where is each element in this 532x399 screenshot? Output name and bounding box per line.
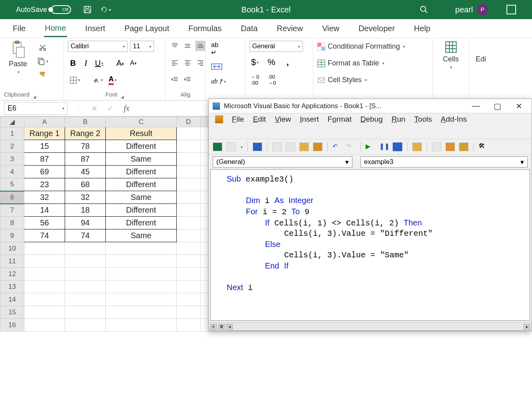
cell-C3[interactable]: Same — [106, 153, 177, 166]
dec-decimal-icon[interactable]: .00→0 — [266, 73, 277, 87]
cell-blank[interactable] — [106, 319, 177, 332]
merge-icon[interactable] — [210, 61, 224, 72]
tb-break-icon[interactable]: ❚❚ — [379, 142, 389, 151]
cell-C5[interactable]: Different — [106, 178, 177, 191]
vba-title-bar[interactable]: Microsoft Visual Basic for Applications … — [209, 99, 532, 113]
cell-C9[interactable]: Same — [106, 229, 177, 242]
fx-icon[interactable]: fx — [124, 104, 129, 113]
cell-C2[interactable]: Different — [106, 140, 177, 153]
vba-proc-combo[interactable]: example3▾ — [360, 156, 528, 168]
format-as-table-button[interactable]: Format as Table▾ — [317, 57, 429, 69]
tb-toolbox-icon[interactable]: 🛠 — [479, 142, 488, 151]
search-icon[interactable] — [419, 5, 428, 14]
percent-icon[interactable]: % — [266, 56, 277, 68]
tab-view[interactable]: View — [321, 21, 340, 36]
vba-menu-format[interactable]: Format — [328, 115, 352, 124]
bold-button[interactable]: B — [68, 58, 78, 69]
conditional-format-button[interactable]: Conditional Formatting▾ — [317, 41, 429, 52]
tb-redo-icon[interactable]: ↷ — [346, 142, 356, 151]
row-header-7[interactable]: 7 — [0, 204, 24, 217]
shrink-font-icon[interactable]: A▾ — [128, 58, 138, 68]
clipboard-launcher-icon[interactable]: ◢ — [33, 94, 36, 99]
vba-menu-addins[interactable]: Add-Ins — [441, 115, 467, 124]
ribbon-display-icon[interactable] — [506, 5, 516, 14]
cell-C7[interactable]: Different — [106, 204, 177, 217]
tb-paste-icon[interactable] — [299, 142, 309, 151]
cell-blank[interactable] — [176, 268, 200, 280]
cell-blank[interactable] — [24, 319, 65, 332]
cell-C1[interactable]: Result — [106, 127, 177, 140]
tb-insert-icon[interactable] — [226, 142, 236, 151]
cell-B9[interactable]: 74 — [65, 229, 106, 242]
cell-A3[interactable]: 87 — [24, 153, 65, 166]
cell-B8[interactable]: 94 — [65, 217, 106, 229]
align-bot-icon[interactable] — [195, 41, 206, 51]
tb-copy-icon[interactable] — [286, 142, 295, 151]
row-header-3[interactable]: 3 — [0, 153, 24, 166]
vba-menu-insert[interactable]: Insert — [300, 115, 319, 124]
comma-icon[interactable]: , — [283, 56, 293, 68]
cell-blank[interactable] — [24, 268, 65, 280]
cell-A9[interactable]: 74 — [24, 229, 65, 242]
autosave-toggle[interactable]: AutoSave Off — [0, 5, 78, 14]
cell-C4[interactable]: Different — [106, 166, 177, 178]
fill-color-icon[interactable]: ▾ — [91, 75, 105, 85]
cell-blank[interactable] — [65, 268, 106, 280]
borders-icon[interactable]: ▾ — [68, 75, 82, 85]
cell-blank[interactable] — [106, 255, 177, 268]
tb-save-icon[interactable] — [253, 142, 262, 151]
tab-insert[interactable]: Insert — [85, 21, 106, 36]
font-name-combo[interactable]: Calibri▾ — [68, 41, 128, 52]
vba-menu-edit[interactable]: Edit — [253, 115, 266, 124]
cell-D4[interactable] — [176, 166, 200, 178]
cell-D9[interactable] — [176, 229, 200, 242]
row-header-10[interactable]: 10 — [0, 242, 24, 255]
cell-blank[interactable] — [106, 293, 177, 306]
inc-indent-icon[interactable] — [182, 74, 193, 85]
cell-blank[interactable] — [106, 306, 177, 319]
cell-blank[interactable] — [176, 280, 200, 293]
tab-page-layout[interactable]: Page Layout — [124, 21, 170, 36]
row-header-16[interactable]: 16 — [0, 319, 24, 332]
cell-blank[interactable] — [65, 280, 106, 293]
cell-blank[interactable] — [65, 319, 106, 332]
cells-button[interactable]: Cells▾ — [437, 41, 465, 69]
cell-D8[interactable] — [176, 217, 200, 229]
cell-A6[interactable]: 32 — [24, 191, 65, 204]
align-right-icon[interactable] — [195, 57, 206, 68]
font-launcher-icon[interactable]: ◢ — [121, 94, 124, 99]
tb-find-icon[interactable] — [313, 142, 322, 151]
tab-formulas[interactable]: Formulas — [188, 21, 222, 36]
cell-blank[interactable] — [65, 255, 106, 268]
scroll-left-icon[interactable]: ◂ — [226, 324, 233, 330]
cell-D1[interactable] — [176, 127, 200, 140]
col-header-C[interactable]: C — [106, 117, 177, 127]
paste-button[interactable]: Paste▾ — [4, 41, 32, 80]
row-header-8[interactable]: 8 — [0, 217, 24, 229]
format-painter-icon[interactable] — [35, 69, 50, 80]
undo-icon[interactable]: ▾ — [101, 4, 111, 15]
align-top-icon[interactable] — [170, 41, 180, 51]
cell-blank[interactable] — [24, 306, 65, 319]
vba-code-pane[interactable]: Sub example3() Dim i As Integer For i = … — [210, 169, 530, 321]
number-format-combo[interactable]: General▾ — [249, 41, 303, 52]
cell-blank[interactable] — [176, 242, 200, 255]
name-box[interactable]: E6▾ — [4, 102, 68, 115]
cell-D5[interactable] — [176, 178, 200, 191]
editing-button[interactable]: Edi — [473, 41, 489, 63]
vba-object-combo[interactable]: (General)▾ — [213, 156, 352, 168]
tab-developer[interactable]: Developer — [358, 21, 396, 36]
row-header-12[interactable]: 12 — [0, 268, 24, 280]
view-full-icon[interactable]: ≡ — [210, 324, 217, 330]
enter-icon[interactable]: ✓ — [102, 104, 118, 113]
cell-B5[interactable]: 68 — [65, 178, 106, 191]
account-menu[interactable]: pearl P — [455, 4, 488, 15]
col-header-B[interactable]: B — [65, 117, 106, 127]
tb-design-icon[interactable] — [412, 142, 422, 151]
inc-decimal-icon[interactable]: ←0.00 — [249, 73, 261, 87]
tab-data[interactable]: Data — [240, 21, 258, 36]
cell-blank[interactable] — [176, 293, 200, 306]
underline-button[interactable]: U▾ — [93, 58, 105, 69]
cell-blank[interactable] — [65, 306, 106, 319]
cancel-icon[interactable]: ✕ — [86, 104, 102, 113]
